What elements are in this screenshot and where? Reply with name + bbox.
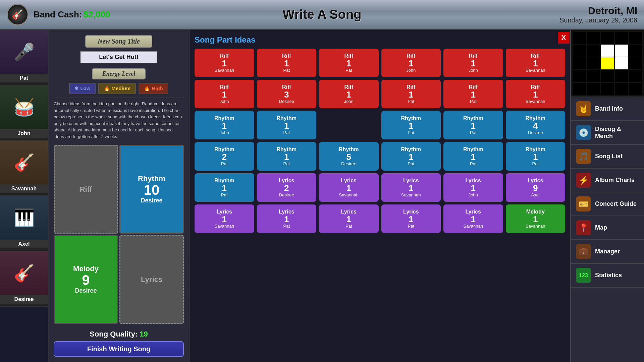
idea-card-29[interactable]: Lyrics9Axel — [506, 173, 566, 202]
idea-number-31: 1 — [284, 215, 289, 224]
song-part-riff[interactable]: Riff — [54, 145, 118, 234]
idea-card-18[interactable]: Rhythm2Pat — [195, 142, 254, 171]
band-sidebar: 🎤 Pat 🥁 John 🎸 Savannah 🎹 Axel 🎸 Desiree — [0, 30, 49, 362]
close-button[interactable]: X — [558, 32, 570, 44]
minimap-cell-0 — [573, 32, 586, 44]
idea-card-11[interactable]: Riff1Savannah — [506, 80, 566, 108]
logo-icon: 🎸 — [7, 4, 29, 25]
idea-card-4[interactable]: Riff1John — [443, 49, 503, 77]
minimap-cell-7 — [601, 45, 614, 57]
band-member-desiree[interactable]: 🎸 Desiree — [0, 251, 48, 307]
idea-owner-20: Desiree — [341, 161, 356, 166]
idea-card-31[interactable]: Lyrics1Pat — [257, 204, 317, 233]
idea-owner-10: Pat — [470, 99, 477, 104]
location: Detroit, MI — [559, 5, 637, 16]
header-left: 🎸 Band Cash: $2,000 — [7, 4, 110, 25]
header-right: Detroit, MI Sunday, January 29, 2006 — [559, 5, 637, 24]
idea-card-8[interactable]: Riff1John — [319, 80, 379, 108]
minimap-cell-11 — [587, 57, 600, 69]
idea-owner-26: Savannah — [339, 192, 359, 197]
idea-card-19[interactable]: Rhythm1Pat — [257, 142, 317, 171]
energy-medium-btn[interactable]: 🔥 Medium — [98, 83, 136, 94]
idea-card-15[interactable]: Rhythm1Pat — [381, 111, 441, 139]
idea-card-6[interactable]: Riff1John — [195, 80, 254, 108]
idea-card-16[interactable]: Rhythm1Pat — [443, 111, 503, 139]
band-member-john[interactable]: 🥁 John — [0, 85, 48, 141]
idea-number-20: 5 — [346, 153, 351, 161]
idea-card-12[interactable]: Rhythm1John — [195, 111, 254, 139]
idea-card-7[interactable]: Riff3Desiree — [257, 80, 317, 108]
song-parts-diagram: Riff Rhythm 10 Desiree Melody 9 Desiree … — [54, 145, 184, 324]
idea-number-18: 2 — [222, 153, 227, 161]
idea-card-9[interactable]: Riff1Pat — [381, 80, 441, 108]
idea-card-26[interactable]: Lyrics1Savannah — [319, 173, 379, 202]
nav-discog[interactable]: 💿 Discog & Merch — [571, 121, 644, 145]
nav-song-list[interactable]: 🎵 Song List — [571, 145, 644, 169]
idea-owner-19: Pat — [283, 161, 290, 166]
band-cash-container: Band Cash: $2,000 — [34, 9, 110, 20]
idea-card-35[interactable]: Melody1Savannah — [506, 204, 566, 233]
song-part-rhythm[interactable]: Rhythm 10 Desiree — [119, 145, 184, 234]
page-title: Write A Song — [282, 7, 361, 22]
idea-owner-6: John — [220, 99, 229, 104]
idea-card-22[interactable]: Rhythm1Pat — [443, 142, 503, 171]
idea-card-3[interactable]: Riff1John — [381, 49, 441, 77]
band-member-axel[interactable]: 🎹 Axel — [0, 196, 48, 251]
nav-statistics[interactable]: 123 Statistics — [571, 264, 644, 288]
idea-owner-2: Pat — [345, 68, 352, 73]
idea-card-32[interactable]: Lyrics1Pat — [319, 204, 379, 233]
riff-title: Riff — [80, 185, 92, 194]
song-part-melody[interactable]: Melody 9 Desiree — [54, 235, 118, 324]
band-member-pat[interactable]: 🎤 Pat — [0, 30, 48, 85]
manager-label: Manager — [595, 248, 620, 255]
idea-card-33[interactable]: Lyrics1Pat — [381, 204, 441, 233]
idea-card-1[interactable]: Riff1Pat — [257, 49, 317, 77]
nav-concert-guide[interactable]: 🎫 Concert Guide — [571, 192, 644, 216]
song-part-lyrics[interactable]: Lyrics — [119, 235, 184, 324]
idea-number-19: 1 — [284, 153, 289, 161]
idea-owner-13: Pat — [283, 130, 290, 135]
nav-band-info[interactable]: 🤘 Band Info — [571, 97, 644, 121]
idea-card-30[interactable]: Lyrics1Savannah — [195, 204, 254, 233]
date: Sunday, January 29, 2006 — [559, 16, 637, 24]
nav-manager[interactable]: 💼 Manager — [571, 240, 644, 264]
idea-card-25[interactable]: Lyrics2Desiree — [257, 173, 317, 202]
idea-owner-32: Pat — [345, 224, 352, 229]
idea-card-28[interactable]: Lyrics1John — [443, 173, 503, 202]
minimap-cell-14 — [629, 57, 642, 69]
concert-guide-icon: 🎫 — [576, 196, 591, 212]
energy-buttons: ❄ Low 🔥 Medium 🔥 High — [54, 83, 184, 94]
idea-card-20[interactable]: Rhythm5Desiree — [319, 142, 379, 171]
idea-number-21: 1 — [409, 153, 413, 161]
idea-card-5[interactable]: Riff1Savannah — [506, 49, 566, 77]
minimap-cell-2 — [601, 32, 614, 44]
idea-card-13[interactable]: Rhythm1Pat — [257, 111, 317, 139]
nav-map[interactable]: 📍 Map — [571, 216, 644, 240]
idea-number-4: 1 — [471, 59, 476, 68]
minimap-cell-24 — [629, 83, 642, 95]
nav-album-charts[interactable]: ⚡ Album Charts — [571, 169, 644, 192]
song-title-input[interactable] — [80, 51, 157, 63]
energy-low-btn[interactable]: ❄ Low — [69, 83, 96, 94]
band-info-label: Band Info — [595, 105, 623, 112]
idea-card-17[interactable]: Rhythm4Desiree — [506, 111, 566, 139]
avatar-john: 🥁 — [0, 85, 48, 129]
idea-card-10[interactable]: Riff1Pat — [443, 80, 503, 108]
idea-card-0[interactable]: Riff1Savannah — [195, 49, 254, 77]
idea-card-27[interactable]: Lyrics1Savannah — [381, 173, 441, 202]
idea-number-33: 1 — [409, 215, 413, 224]
energy-high-btn[interactable]: 🔥 High — [139, 83, 168, 94]
ideas-panel: Song Part Ideas Riff1SavannahRiff1PatRif… — [190, 30, 570, 362]
idea-card-24[interactable]: Rhythm1Pat — [195, 173, 254, 202]
idea-card-34[interactable]: Lyrics1Savannah — [443, 204, 503, 233]
melody-owner: Desiree — [75, 287, 97, 294]
idea-number-8: 1 — [346, 90, 351, 99]
finish-writing-btn[interactable]: Finish Writing Song — [54, 341, 184, 357]
idea-owner-16: Pat — [470, 130, 477, 135]
band-cash-value: $2,000 — [84, 9, 110, 19]
band-member-savannah[interactable]: 🎸 Savannah — [0, 141, 48, 196]
idea-card-2[interactable]: Riff1Pat — [319, 49, 379, 77]
idea-card-21[interactable]: Rhythm1Pat — [381, 142, 441, 171]
band-info-icon: 🤘 — [576, 101, 591, 116]
idea-card-23[interactable]: Rhythm1Pat — [506, 142, 566, 171]
